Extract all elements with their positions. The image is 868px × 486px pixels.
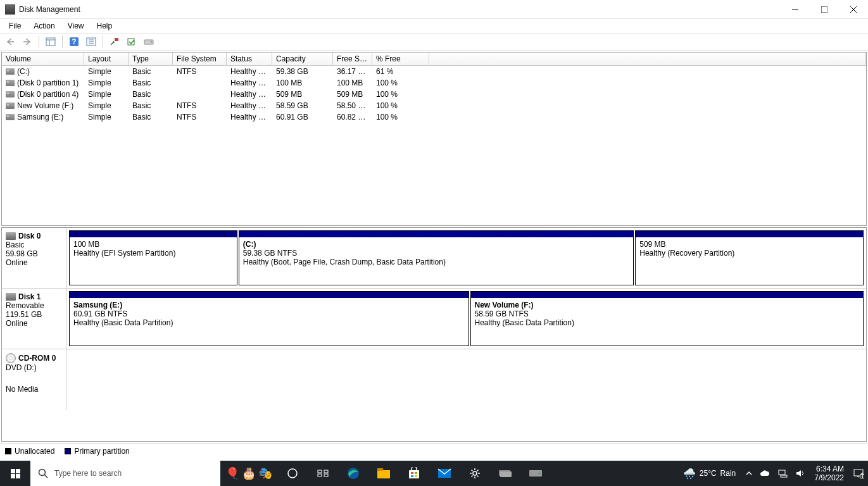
svg-text:?: ?: [72, 37, 76, 46]
partition-size: 60.91 GB NTFS: [73, 309, 465, 318]
disk-size: 59.98 GB: [6, 249, 62, 258]
cell-fs: NTFS: [173, 101, 227, 111]
search-placeholder: Type here to search: [54, 469, 122, 478]
column-header-spare[interactable]: [429, 53, 866, 66]
clock-date: 7/9/2022: [814, 473, 844, 482]
disk-info[interactable]: Disk 1Removable119.51 GBOnline: [2, 289, 66, 349]
maximize-button[interactable]: [810, 0, 839, 19]
column-header-volume[interactable]: Volume: [2, 53, 84, 66]
tray-onedrive-icon[interactable]: [756, 461, 774, 486]
svg-rect-12: [144, 40, 153, 44]
back-button: [3, 34, 18, 49]
cell-type: Basic: [129, 101, 173, 111]
svg-rect-1: [46, 38, 55, 46]
svg-point-30: [473, 471, 477, 475]
column-header-type[interactable]: Type: [129, 53, 173, 66]
action-button[interactable]: [124, 34, 139, 49]
disk-partitions: Samsung (E:)60.91 GB NTFSHealthy (Basic …: [66, 289, 866, 349]
cell-pct: 100 %: [372, 78, 429, 88]
column-header-free[interactable]: Free Spa...: [333, 53, 372, 66]
notifications-button[interactable]: 1: [849, 461, 868, 486]
partition-color-bar: [471, 292, 864, 298]
volume-row[interactable]: Samsung (E:)SimpleBasicNTFSHealthy (B...…: [2, 111, 866, 123]
menu-view[interactable]: View: [61, 20, 91, 32]
svg-rect-10: [115, 38, 118, 41]
taskbar-search[interactable]: Type here to search: [30, 461, 220, 486]
settings-button[interactable]: [84, 34, 99, 49]
show-hide-pane-button[interactable]: [43, 34, 58, 49]
volume-row[interactable]: (Disk 0 partition 1)SimpleBasicHealthy (…: [2, 77, 866, 89]
column-header-pct[interactable]: % Free: [372, 53, 429, 66]
partition[interactable]: Samsung (E:)60.91 GB NTFSHealthy (Basic …: [69, 291, 469, 346]
cell-layout: Simple: [84, 89, 129, 99]
taskbar-weather[interactable]: 🌧️ 25°C Rain: [677, 468, 743, 480]
minimize-button[interactable]: [781, 0, 810, 19]
tray-network-icon[interactable]: [774, 461, 791, 486]
svg-rect-19: [318, 474, 322, 477]
disk-info[interactable]: Disk 0Basic59.98 GBOnline: [2, 228, 66, 288]
svg-rect-26: [415, 472, 417, 474]
tray-overflow-button[interactable]: [742, 461, 756, 486]
partition[interactable]: 100 MBHealthy (EFI System Partition): [69, 230, 237, 285]
cell-free: 509 MB: [333, 89, 372, 99]
taskbar-clock[interactable]: 6:34 AM 7/9/2022: [809, 464, 849, 483]
volume-row[interactable]: New Volume (F:)SimpleBasicNTFSHealthy (B…: [2, 100, 866, 111]
svg-text:1: 1: [860, 471, 864, 478]
legend-unallocated: Unallocated: [5, 447, 54, 456]
tray-volume-icon[interactable]: [791, 461, 809, 486]
menu-file[interactable]: File: [3, 20, 27, 32]
svg-point-34: [539, 473, 541, 475]
forward-button: [20, 34, 35, 49]
partition-status: Healthy (EFI System Partition): [73, 249, 233, 258]
column-header-layout[interactable]: Layout: [84, 53, 129, 66]
task-view-button[interactable]: [277, 461, 308, 486]
mail-button[interactable]: [429, 461, 460, 486]
settings-taskbar-button[interactable]: [460, 461, 490, 486]
close-button[interactable]: [839, 0, 868, 19]
cell-status: Healthy (B...: [227, 101, 272, 111]
volume-row[interactable]: (Disk 0 partition 4)SimpleBasicHealthy (…: [2, 89, 866, 100]
partition[interactable]: New Volume (F:)58.59 GB NTFSHealthy (Bas…: [470, 291, 864, 346]
volume-row[interactable]: (C:)SimpleBasicNTFSHealthy (B...59.38 GB…: [2, 66, 866, 77]
cell-layout: Simple: [84, 101, 129, 111]
disk-size: 119.51 GB: [6, 310, 62, 319]
partition-size: 100 MB: [73, 240, 233, 249]
cell-fs: NTFS: [173, 66, 227, 77]
store-button[interactable]: [399, 461, 429, 486]
cell-free: 100 MB: [333, 78, 372, 88]
refresh-button[interactable]: [107, 34, 122, 49]
cell-volume: New Volume (F:): [2, 101, 84, 111]
search-icon: [38, 468, 48, 478]
disk-name: Disk 0: [18, 232, 41, 240]
column-header-status[interactable]: Status: [227, 53, 272, 66]
column-header-fs[interactable]: File System: [173, 53, 227, 66]
disk-state: Online: [6, 258, 62, 267]
cell-pct: 100 %: [372, 89, 429, 99]
file-explorer-button[interactable]: [368, 461, 399, 486]
partition[interactable]: 509 MBHealthy (Recovery Partition): [635, 230, 864, 285]
svg-rect-23: [377, 468, 383, 471]
cell-status: Healthy (E...: [227, 78, 272, 88]
disk-management-taskbar-button[interactable]: [490, 461, 520, 486]
cell-status: Healthy (B...: [227, 66, 272, 77]
menu-action[interactable]: Action: [27, 20, 61, 32]
legend-primary-label: Primary partition: [74, 447, 129, 456]
partition-color-bar: [70, 292, 469, 298]
weather-temp: 25°C: [700, 469, 717, 478]
drive-button[interactable]: [141, 34, 156, 49]
cell-layout: Simple: [84, 66, 129, 77]
edge-button[interactable]: [338, 461, 368, 486]
partition[interactable]: (C:)59.38 GB NTFSHealthy (Boot, Page Fil…: [239, 230, 634, 285]
svg-rect-25: [411, 472, 413, 474]
cortana-button[interactable]: [308, 461, 338, 486]
start-button[interactable]: [0, 461, 30, 486]
cell-layout: Simple: [84, 112, 129, 122]
column-header-capacity[interactable]: Capacity: [272, 53, 333, 66]
hdd-icon: [6, 293, 16, 301]
menu-help[interactable]: Help: [91, 20, 119, 32]
cell-fs: [173, 94, 227, 95]
help-button[interactable]: ?: [66, 34, 82, 49]
drive-taskbar-button[interactable]: [520, 461, 551, 486]
disk-info[interactable]: CD-ROM 0DVD (D:)No Media: [2, 349, 66, 410]
menu-bar: File Action View Help: [0, 19, 868, 33]
